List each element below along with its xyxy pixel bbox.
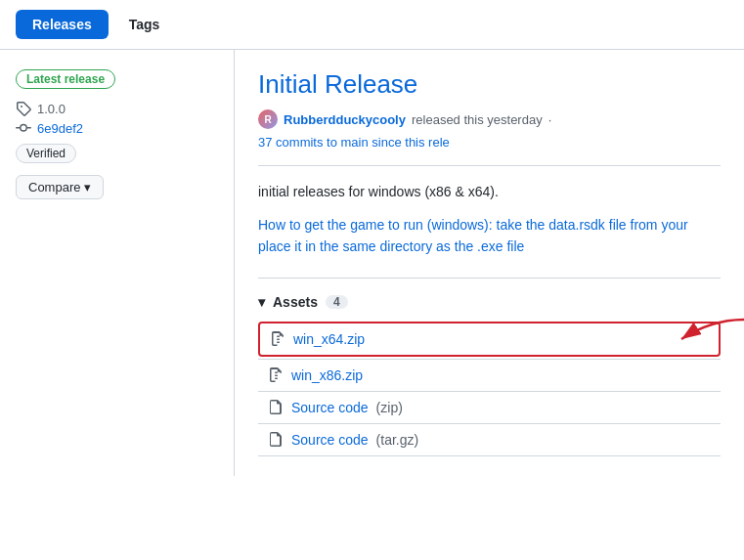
- main-content: Latest release 1.0.0 6e9def2 Verifie: [0, 50, 744, 476]
- assets-container: win_x64.zip win_x86.zip: [258, 320, 721, 456]
- asset-win-x64[interactable]: win_x64.zip: [258, 322, 721, 357]
- compare-label: Compare: [28, 180, 80, 194]
- tag-icon: [16, 101, 31, 116]
- version-label: 1.0.0: [37, 102, 66, 116]
- release-description: initial releases for windows (x86 & x64)…: [258, 182, 721, 202]
- source-zip-label: Source code: [291, 400, 369, 415]
- assets-list: win_x64.zip win_x86.zip: [258, 320, 721, 456]
- collapse-icon[interactable]: ▾: [258, 294, 265, 310]
- source-zip-ext: (zip): [376, 400, 403, 415]
- release-meta: R Rubberdduckycooly released this yester…: [258, 109, 721, 150]
- win-x64-label: win_x64.zip: [293, 331, 365, 347]
- chevron-down-icon: ▾: [84, 180, 91, 194]
- top-bar: Releases Tags: [0, 0, 744, 50]
- release-content: Initial Release R Rubberdduckycooly rele…: [235, 50, 744, 476]
- release-meta-text: released this yesterday: [412, 112, 543, 127]
- source-tar-label: Source code: [291, 432, 369, 448]
- version-row: 1.0.0: [16, 101, 83, 116]
- source-icon-zip: [268, 400, 284, 415]
- assets-header: ▾ Assets 4: [258, 294, 721, 310]
- dot-separator: ·: [548, 112, 552, 127]
- assets-count: 4: [326, 295, 348, 309]
- username-link[interactable]: Rubberdduckycooly: [284, 112, 406, 127]
- release-instructions: How to get the game to run (windows): ta…: [258, 214, 721, 258]
- source-icon-tar: [268, 432, 284, 448]
- compare-button[interactable]: Compare ▾: [16, 175, 104, 199]
- zip-icon-x64: [270, 331, 285, 347]
- commits-link[interactable]: 37 commits to main since this rele: [258, 135, 450, 150]
- commit-icon: [16, 120, 31, 136]
- divider-assets: [258, 278, 721, 279]
- commit-hash[interactable]: 6e9def2: [37, 121, 83, 136]
- commit-row: 6e9def2: [16, 120, 83, 136]
- asset-win-x86[interactable]: win_x86.zip: [258, 359, 721, 391]
- win-x86-label: win_x86.zip: [291, 367, 363, 383]
- zip-icon-x86: [268, 367, 284, 383]
- source-tar-ext: (tar.gz): [376, 432, 419, 448]
- sidebar: Latest release 1.0.0 6e9def2 Verifie: [0, 50, 235, 476]
- verified-badge: Verified: [16, 144, 76, 163]
- assets-label: Assets: [273, 294, 318, 310]
- divider-top: [258, 165, 721, 166]
- releases-tab[interactable]: Releases: [16, 10, 109, 39]
- release-title: Initial Release: [258, 69, 721, 100]
- asset-source-zip[interactable]: Source code (zip): [258, 391, 721, 423]
- latest-release-badge: Latest release: [16, 69, 115, 89]
- tags-tab[interactable]: Tags: [112, 10, 177, 39]
- sidebar-meta: 1.0.0 6e9def2: [16, 97, 83, 136]
- avatar: R: [258, 109, 278, 129]
- asset-source-tar[interactable]: Source code (tar.gz): [258, 423, 721, 456]
